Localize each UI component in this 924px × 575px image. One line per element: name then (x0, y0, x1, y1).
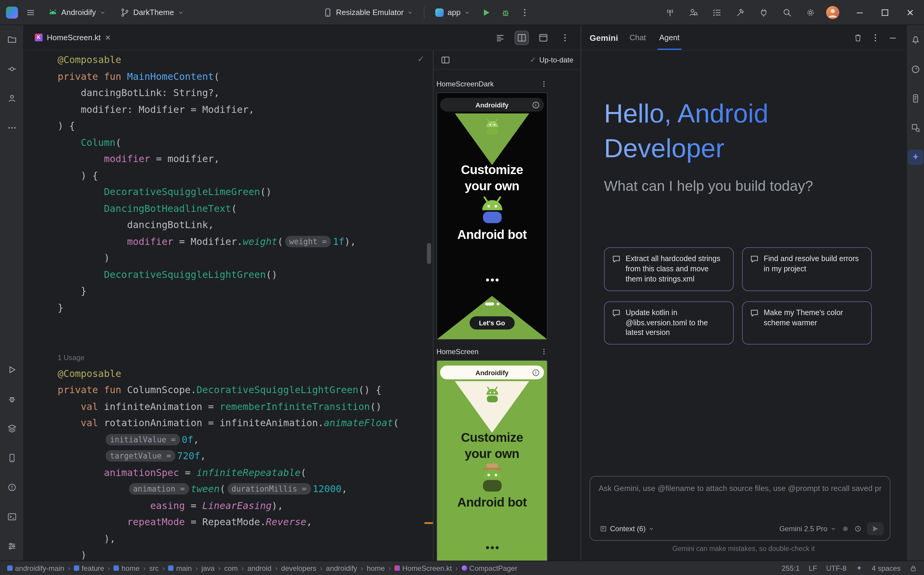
more-tool-windows-button[interactable] (4, 120, 19, 136)
breadcrumb-item[interactable]: home (367, 564, 385, 572)
device-streaming-button[interactable] (662, 5, 678, 20)
code-line[interactable]: Column( (58, 134, 420, 151)
services-tool-button[interactable] (4, 538, 19, 554)
file-encoding[interactable]: UTF-8 (826, 564, 846, 572)
editor-options-button[interactable] (558, 30, 572, 45)
debug-button[interactable] (498, 5, 513, 20)
breadcrumb-item[interactable]: androidify (326, 564, 357, 572)
code-line[interactable]: modifier: Modifier = Modifier, (58, 101, 420, 118)
tab-close-icon[interactable]: ✕ (105, 33, 111, 42)
task-list-button[interactable] (709, 5, 725, 20)
breadcrumb-item[interactable]: src (149, 564, 159, 572)
breadcrumb-item[interactable]: developers (281, 564, 316, 572)
code-editor[interactable]: @Composableprivate fun MainHomeContent( … (24, 51, 433, 561)
code-line[interactable]: @Composable (58, 365, 420, 382)
breadcrumb-item[interactable]: home (114, 564, 140, 572)
layout-inspector-tool-button[interactable] (908, 120, 923, 136)
run-tool-button[interactable] (4, 362, 19, 378)
device-selector[interactable]: Resizable Emulator (318, 5, 418, 20)
code-line[interactable]: animationSpec = infiniteRepeatable( (58, 464, 420, 481)
code-line[interactable]: dancingBotLink: String?, (58, 85, 420, 101)
tab-agent[interactable]: Agent (657, 25, 681, 50)
build-tools-button[interactable] (733, 5, 748, 20)
code-line[interactable]: @Composable (58, 52, 420, 68)
lock-icon[interactable] (910, 564, 917, 572)
suggestion-card-build-errors[interactable]: Find and resolve build errors in my proj… (742, 247, 872, 291)
code-line[interactable]: private fun ColumnScope.DecorativeSquigg… (58, 382, 420, 398)
breadcrumb-item[interactable]: feature (74, 564, 104, 572)
context-selector[interactable]: Context (6) (596, 523, 658, 535)
search-everywhere-button[interactable] (779, 5, 795, 20)
commit-tool-button[interactable] (4, 61, 19, 77)
more-run-actions-button[interactable] (517, 5, 533, 20)
code-line[interactable]: DancingBotHeadlineText( (58, 200, 420, 217)
run-button[interactable] (479, 5, 494, 20)
preview-homescreen[interactable]: Androidify Customize your own Android bo… (436, 360, 547, 561)
model-selector[interactable]: Gemini 2.5 Pro (779, 524, 837, 533)
code-line[interactable]: DecorativeSquiggleLightGreen() (58, 266, 420, 283)
code-line[interactable]: animation =tween(durationMillis =12000, (58, 481, 420, 497)
breadcrumb-item[interactable]: androidify-main (7, 564, 64, 572)
problems-tool-button[interactable] (4, 480, 19, 495)
preview-layout-icon[interactable] (441, 55, 450, 65)
plugin-button[interactable] (756, 5, 771, 20)
code-line[interactable]: initialValue =0f, (58, 431, 420, 448)
project-tool-button[interactable] (4, 32, 19, 48)
design-view-button[interactable] (536, 30, 550, 45)
breadcrumb-item[interactable]: java (202, 564, 215, 572)
caret-position[interactable]: 255:1 (782, 564, 800, 572)
indent-setting[interactable]: 4 spaces (872, 564, 900, 572)
breadcrumb-item[interactable]: android (247, 564, 271, 572)
code-line[interactable]: private fun MainHomeContent( (58, 68, 420, 85)
suggestion-card-update-kotlin[interactable]: Update kotlin in @libs.version.toml to t… (604, 301, 734, 345)
inspection-status-icon[interactable]: ✓ (418, 54, 425, 64)
run-config-selector[interactable]: app (431, 5, 475, 20)
device-manager-tool-button[interactable] (4, 450, 19, 466)
code-line[interactable]: ) { (58, 118, 420, 134)
preview-menu-icon[interactable] (540, 348, 547, 355)
code-line[interactable]: dancingBotLink, (58, 217, 420, 233)
breadcrumb-item[interactable]: com (224, 564, 238, 572)
code-line[interactable]: ) (58, 547, 420, 561)
vcs-branch-widget[interactable]: DarkTheme (115, 5, 189, 20)
user-avatar[interactable] (826, 6, 839, 19)
code-line[interactable]: ), (58, 530, 420, 547)
code-line[interactable]: easing = LinearEasing), (58, 497, 420, 514)
suggestion-card-theme-warmer[interactable]: Make my Theme's color scheme warmer (742, 301, 872, 345)
build-variants-tool-button[interactable] (4, 421, 19, 436)
gemini-prompt-input[interactable] (590, 477, 890, 500)
code-line[interactable]: modifier = Modifier.weight(weight =1f), (58, 233, 420, 250)
notifications-button[interactable] (908, 32, 923, 48)
breadcrumb-item[interactable]: HomeScreen.kt (394, 564, 452, 572)
code-line[interactable]: repeatMode = RepeatMode.Reverse, (58, 514, 420, 530)
code-line[interactable]: targetValue =720f, (58, 448, 420, 464)
code-line[interactable]: } (58, 283, 420, 299)
maximize-button[interactable] (877, 5, 893, 20)
suggestion-card-extract-strings[interactable]: Extract all hardcoded strings from this … (604, 247, 734, 291)
tab-homescreen-kt[interactable]: HomeScreen.kt ✕ (29, 25, 117, 50)
settings-button[interactable] (803, 5, 818, 20)
code-line[interactable]: } (58, 299, 420, 316)
ai-spark-icon[interactable] (856, 564, 863, 572)
pull-requests-tool-button[interactable] (4, 91, 19, 106)
split-view-button[interactable] (515, 30, 529, 45)
tab-chat[interactable]: Chat (628, 25, 648, 50)
trash-icon[interactable] (853, 33, 863, 42)
code-review-button[interactable] (685, 5, 701, 20)
code-line[interactable]: val infiniteAnimation = rememberInfinite… (58, 398, 420, 415)
code-line[interactable]: DecorativeSquiggleLimeGreen() (58, 184, 420, 200)
device-explorer-tool-button[interactable] (908, 91, 923, 106)
code-view-button[interactable] (493, 30, 507, 45)
terminal-tool-button[interactable] (4, 509, 19, 524)
app-insights-tool-button[interactable] (4, 391, 19, 407)
code-line[interactable]: 1 Usage (58, 349, 420, 365)
hide-panel-icon[interactable] (888, 33, 898, 42)
profiler-tool-button[interactable] (908, 61, 923, 77)
lets-go-button[interactable]: Let's Go (469, 316, 515, 329)
code-line[interactable]: ) { (58, 167, 420, 184)
code-line[interactable] (58, 332, 420, 349)
more-vert-icon[interactable] (871, 33, 880, 42)
breadcrumb-item[interactable]: CompactPager (461, 564, 517, 572)
preview-menu-icon[interactable] (540, 80, 547, 87)
main-menu-button[interactable] (23, 5, 38, 20)
